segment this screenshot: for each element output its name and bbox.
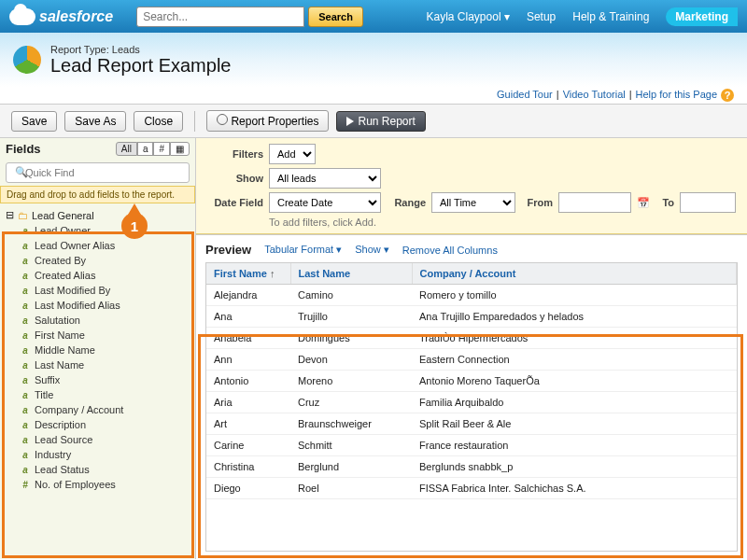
field-type-icon: a [21, 465, 30, 475]
field-item[interactable]: aIndustry [0, 447, 195, 462]
search-button[interactable]: Search [308, 7, 363, 27]
setup-link[interactable]: Setup [527, 10, 556, 23]
table-row[interactable]: AriaCruzFamilia Arquibaldo [206, 392, 737, 413]
field-type-icon: a [21, 390, 30, 400]
brand-text: salesforce [39, 8, 113, 25]
save-button[interactable]: Save [11, 111, 57, 132]
show-dropdown[interactable]: All leads [269, 168, 381, 189]
field-item[interactable]: aLast Name [0, 357, 195, 372]
remove-all-columns-link[interactable]: Remove All Columns [402, 245, 498, 256]
range-dropdown[interactable]: All Time [431, 192, 515, 213]
table-row[interactable]: CarineSchmittFrance restauration [206, 435, 737, 456]
field-item[interactable]: aTitle [0, 387, 195, 402]
app-switcher[interactable]: Marketing [666, 7, 738, 26]
cell-company: TradiÙo Hipermercados [412, 328, 737, 349]
cloud-icon [9, 8, 35, 25]
cell-company: Familia Arquibaldo [412, 392, 737, 413]
field-item[interactable]: aLead Owner [0, 223, 195, 238]
annotation-step-1: 1 [121, 213, 148, 239]
toggle-date[interactable]: ▦ [170, 142, 190, 156]
run-report-button[interactable]: Run Report [336, 111, 425, 132]
field-item[interactable]: aMiddle Name [0, 343, 195, 357]
calendar-icon[interactable]: 📅 [637, 197, 650, 209]
cell-first-name: Ann [206, 349, 290, 371]
help-training-link[interactable]: Help & Training [572, 10, 649, 23]
field-item[interactable]: aFirst Name [0, 328, 195, 343]
toolbar-divider [194, 111, 195, 132]
field-item[interactable]: aCreated By [0, 253, 195, 268]
guided-tour-link[interactable]: Guided Tour [497, 89, 553, 102]
cell-company: Romero y tomillo [412, 285, 737, 306]
cell-company: France restauration [412, 435, 737, 456]
field-label: Last Name [35, 359, 84, 371]
fields-tree[interactable]: ⊟ 🗀 Lead General aLead OwneraLead Owner … [0, 203, 195, 559]
field-item[interactable]: aLast Modified Alias [0, 298, 195, 313]
toggle-all[interactable]: All [116, 142, 137, 156]
field-type-icon: a [21, 256, 30, 266]
add-filter-dropdown[interactable]: Add [269, 144, 316, 164]
save-as-button[interactable]: Save As [64, 111, 126, 132]
table-row[interactable]: DiegoRoelFISSA Fabrica Inter. Salchichas… [206, 478, 737, 499]
cell-first-name: Anabela [206, 328, 290, 349]
quick-find-input[interactable] [6, 162, 190, 183]
field-label: Lead Source [35, 434, 92, 445]
cell-first-name: Alejandra [206, 285, 290, 306]
page-header: Report Type: Leads Lead Report Example [0, 33, 747, 87]
table-row[interactable]: ArtBraunschweigerSplit Rail Beer & Ale [206, 413, 737, 435]
report-icon [13, 46, 41, 74]
field-item[interactable]: aLead Owner Alias [0, 238, 195, 253]
col-last-name[interactable]: Last Name [290, 263, 412, 285]
field-type-icon: a [21, 286, 30, 296]
search-input[interactable] [136, 7, 304, 27]
field-item[interactable]: aCreated Alias [0, 268, 195, 283]
field-item[interactable]: aCompany / Account [0, 402, 195, 417]
help-icon[interactable]: ? [721, 89, 734, 102]
field-item[interactable]: aLead Status [0, 462, 195, 477]
field-group-header[interactable]: ⊟ 🗀 Lead General [0, 207, 195, 223]
field-type-icon: a [21, 450, 30, 460]
cell-company: Split Rail Beer & Ale [412, 413, 737, 435]
help-for-page-link[interactable]: Help for this Page [636, 89, 717, 102]
format-dropdown[interactable]: Tabular Format [264, 244, 342, 256]
toggle-number[interactable]: # [153, 142, 170, 156]
field-item[interactable]: aSalutation [0, 313, 195, 328]
report-properties-button[interactable]: Report Properties [206, 110, 329, 132]
cell-last-name: Roel [290, 478, 412, 499]
cell-first-name: Christina [206, 456, 290, 478]
run-report-label: Run Report [358, 115, 415, 128]
cell-last-name: Berglund [290, 456, 412, 478]
table-row[interactable]: AnabelaDominguesTradiÙo Hipermercados [206, 328, 737, 349]
fields-sidebar: Fields All a # ▦ Drag and drop to add fi… [0, 138, 196, 559]
close-button[interactable]: Close [134, 111, 183, 132]
field-group-label: Lead General [32, 210, 94, 221]
col-company[interactable]: Company / Account [412, 263, 737, 285]
toggle-text[interactable]: a [137, 142, 154, 156]
user-menu[interactable]: Kayla Claypool [427, 10, 510, 23]
field-item[interactable]: aLead Source [0, 432, 195, 447]
gear-icon [217, 114, 228, 125]
table-row[interactable]: AnaTrujilloAna Trujillo Emparedados y he… [206, 306, 737, 328]
report-properties-label: Report Properties [231, 115, 318, 128]
table-row[interactable]: AnnDevonEastern Connection [206, 349, 737, 371]
field-type-icon: a [21, 241, 30, 251]
date-field-dropdown[interactable]: Create Date [269, 192, 381, 213]
from-date-input[interactable] [558, 192, 631, 213]
table-row[interactable]: AntonioMorenoAntonio Moreno TaquerÕa [206, 371, 737, 392]
table-row[interactable]: AlejandraCaminoRomero y tomillo [206, 285, 737, 306]
from-label: From [521, 197, 553, 208]
to-date-input[interactable] [680, 192, 736, 213]
page-title: Lead Report Example [50, 55, 231, 77]
preview-table: First Name Last Name Company / Account A… [205, 262, 738, 552]
cell-last-name: Braunschweiger [290, 413, 412, 435]
video-tutorial-link[interactable]: Video Tutorial [563, 89, 626, 102]
field-item[interactable]: #No. of Employees [0, 477, 195, 492]
show-dropdown-preview[interactable]: Show [355, 244, 389, 256]
field-item[interactable]: aDescription [0, 417, 195, 432]
top-nav: Kayla Claypool Setup Help & Training Mar… [427, 7, 738, 26]
field-type-icon: a [21, 330, 30, 341]
col-first-name[interactable]: First Name [206, 263, 290, 285]
table-row[interactable]: ChristinaBerglundBerglunds snabbk_p [206, 456, 737, 478]
field-item[interactable]: aLast Modified By [0, 283, 195, 298]
field-type-icon: a [21, 375, 30, 385]
field-item[interactable]: aSuffix [0, 372, 195, 387]
